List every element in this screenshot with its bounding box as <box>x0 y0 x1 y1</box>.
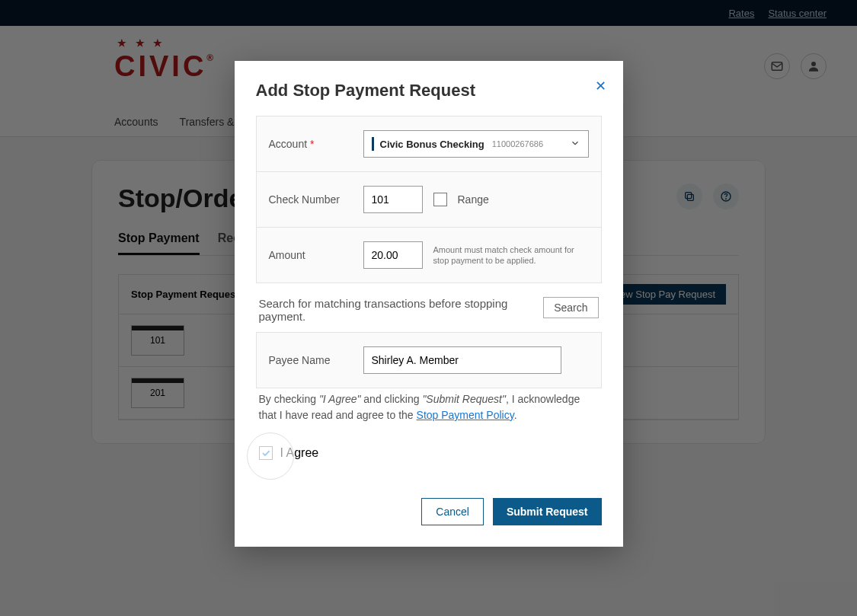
search-instruction: Search for matching transactions before … <box>259 297 544 323</box>
range-label: Range <box>458 193 489 206</box>
form-section-payee: Payee Name <box>256 332 602 388</box>
modal-title: Add Stop Payment Request <box>256 81 602 101</box>
check-number-label: Check Number <box>269 193 353 206</box>
payee-input[interactable] <box>363 346 561 374</box>
submit-button[interactable]: Submit Request <box>493 498 602 525</box>
account-name: Civic Bonus Checking <box>380 139 484 150</box>
form-section-top: Account * Civic Bonus Checking 110002676… <box>256 116 602 283</box>
account-select[interactable]: Civic Bonus Checking 11000267686 <box>363 130 589 158</box>
cancel-button[interactable]: Cancel <box>421 498 484 525</box>
amount-hint: Amount must match check amount for stop … <box>433 244 589 267</box>
account-label: Account * <box>269 138 353 150</box>
stop-payment-policy-link[interactable]: Stop Payment Policy <box>417 409 514 421</box>
range-checkbox[interactable] <box>433 193 447 206</box>
amount-label: Amount <box>269 249 353 261</box>
search-button[interactable]: Search <box>543 297 598 318</box>
chevron-down-icon <box>570 138 580 151</box>
payee-label: Payee Name <box>269 354 353 366</box>
account-number: 11000267686 <box>492 139 543 148</box>
agree-checkbox[interactable] <box>259 446 273 460</box>
agree-label: I Agree <box>280 446 319 460</box>
amount-input[interactable] <box>363 241 423 269</box>
agree-disclaimer: By checking "I Agree" and clicking "Subm… <box>256 388 602 423</box>
check-number-input[interactable] <box>363 186 423 213</box>
close-icon[interactable]: ✕ <box>595 78 606 94</box>
stop-payment-modal: ✕ Add Stop Payment Request Account * Civ… <box>235 61 623 547</box>
